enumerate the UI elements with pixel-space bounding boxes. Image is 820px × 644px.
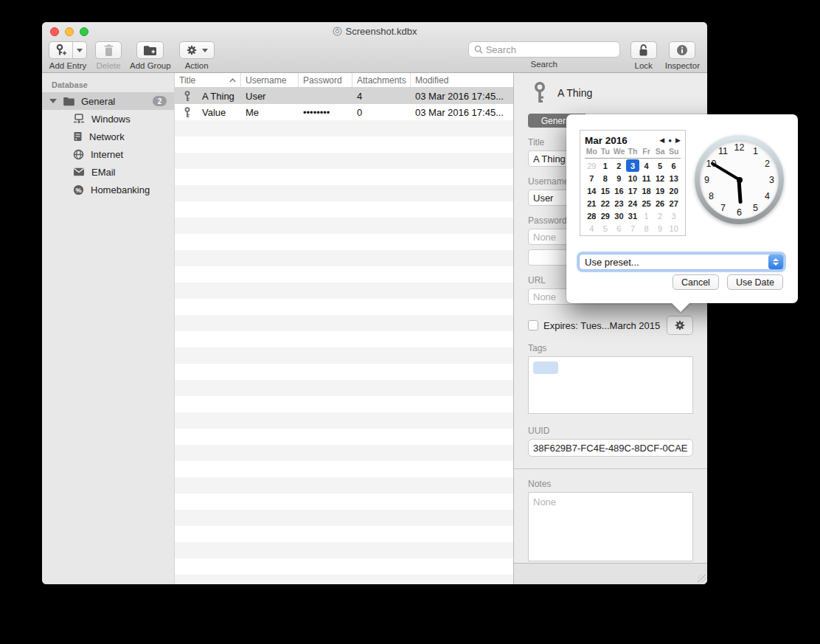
key-plus-icon: [49, 42, 72, 58]
calendar-day[interactable]: 5: [599, 222, 613, 235]
calendar-day[interactable]: 9: [612, 172, 626, 184]
key-icon: [181, 91, 197, 102]
sidebar-item-general[interactable]: General 2: [42, 92, 174, 110]
calendar-day[interactable]: 1: [599, 159, 613, 172]
table-empty-row: [175, 201, 513, 218]
calendar-day[interactable]: 20: [667, 184, 681, 197]
table-empty-row: [175, 396, 513, 412]
preset-dropdown[interactable]: Use preset...: [579, 254, 784, 270]
calendar-day[interactable]: 9: [653, 222, 667, 235]
search-input[interactable]: [486, 44, 616, 55]
clock: 121234567891011: [695, 135, 784, 224]
calendar-prev-button[interactable]: ◀: [659, 136, 664, 144]
calendar-day[interactable]: 2: [612, 159, 626, 172]
calendar-day[interactable]: 15: [599, 184, 613, 197]
calendar-day[interactable]: 17: [626, 184, 640, 197]
calendar-day[interactable]: 22: [599, 197, 613, 210]
sidebar-item-label: Homebanking: [91, 184, 150, 195]
calendar-day[interactable]: 6: [612, 222, 626, 235]
calendar-day[interactable]: 10: [667, 222, 681, 235]
lock-button[interactable]: Lock: [630, 41, 657, 70]
disclosure-triangle-icon[interactable]: [49, 99, 57, 103]
table-cell: 03 Mar 2016 17:45...: [411, 88, 513, 104]
calendar-day[interactable]: 19: [653, 184, 667, 197]
calendar-day[interactable]: 14: [585, 184, 599, 197]
sidebar-item-internet[interactable]: Internet: [42, 145, 174, 163]
calendar-day[interactable]: 2: [653, 210, 667, 222]
calendar-day[interactable]: 27: [667, 197, 681, 210]
calendar-today-button[interactable]: ●: [668, 137, 672, 144]
table-body: A ThingUser403 Mar 2016 17:45...ValueMe•…: [175, 88, 513, 584]
calendar-day[interactable]: 8: [639, 222, 653, 235]
uuid-field[interactable]: [528, 439, 693, 457]
divider: [514, 468, 707, 469]
info-icon: [676, 44, 688, 56]
calendar-day[interactable]: 29: [585, 159, 599, 172]
calendar-day[interactable]: 26: [653, 197, 667, 210]
table-row[interactable]: ValueMe••••••••003 Mar 2016 17:45...: [175, 104, 513, 120]
calendar-day[interactable]: 31: [626, 210, 640, 222]
table-empty-row: [175, 364, 513, 380]
column-header-username[interactable]: Username: [241, 73, 299, 87]
chevron-down-icon[interactable]: [72, 42, 86, 58]
calendar-day[interactable]: 29: [599, 210, 613, 222]
tag-chip[interactable]: [533, 361, 558, 374]
calendar-day[interactable]: 7: [626, 222, 640, 235]
calendar-day[interactable]: 11: [639, 172, 653, 184]
table-empty-row: [175, 218, 513, 234]
inspector-button[interactable]: Inspector: [665, 41, 700, 70]
calendar-day[interactable]: 16: [612, 184, 626, 197]
cancel-button[interactable]: Cancel: [673, 274, 719, 290]
calendar-day[interactable]: 28: [585, 210, 599, 222]
calendar-day[interactable]: 12: [653, 172, 667, 184]
calendar-day[interactable]: 1: [639, 210, 653, 222]
tags-field[interactable]: [528, 356, 693, 414]
calendar-day[interactable]: 24: [626, 197, 640, 210]
calendar-day-selected[interactable]: 3: [626, 159, 640, 172]
calendar-day[interactable]: 4: [639, 159, 653, 172]
column-header-attachments[interactable]: Attachments: [352, 73, 411, 87]
add-entry-button[interactable]: Add Entry: [49, 41, 87, 70]
table-cell: ••••••••: [299, 104, 352, 120]
calendar-day[interactable]: 6: [667, 159, 681, 172]
calendar-day[interactable]: 3: [667, 210, 681, 222]
sidebar-item-windows[interactable]: Windows: [42, 110, 174, 128]
calendar-day[interactable]: 5: [653, 159, 667, 172]
calendar-day[interactable]: 10: [626, 172, 640, 184]
delete-button[interactable]: Delete: [95, 41, 122, 70]
calendar-day[interactable]: 25: [639, 197, 653, 210]
table-empty-row: [175, 575, 513, 584]
sidebar-item-email[interactable]: EMail: [42, 163, 174, 181]
expires-date-picker-button[interactable]: [667, 316, 693, 335]
calendar-next-button[interactable]: ▶: [675, 136, 681, 144]
sidebar-item-label: General: [81, 96, 153, 107]
clock-number: 7: [720, 203, 726, 213]
table-empty-row: [175, 477, 513, 494]
calendar-day[interactable]: 4: [585, 222, 599, 235]
expires-label: Expires: Tues...March 2015: [543, 320, 667, 331]
calendar-day[interactable]: 7: [585, 172, 599, 184]
sidebar-item-homebanking[interactable]: %Homebanking: [42, 181, 174, 198]
weekday-label: Sa: [653, 147, 667, 158]
use-date-button[interactable]: Use Date: [727, 274, 783, 290]
action-button[interactable]: Action: [179, 41, 215, 70]
calendar-day[interactable]: 30: [612, 210, 626, 222]
sidebar-item-network[interactable]: Network: [42, 128, 174, 145]
table-row[interactable]: A ThingUser403 Mar 2016 17:45...: [175, 88, 513, 104]
add-group-button[interactable]: Add Group: [130, 41, 171, 70]
calendar-day[interactable]: 13: [667, 172, 681, 184]
calendar-day[interactable]: 23: [612, 197, 626, 210]
calendar: Mar 2016 ◀ ● ▶ MoTuWeThFrSaSu 2912345678…: [580, 130, 686, 236]
column-header-password[interactable]: Password: [299, 73, 352, 87]
homebanking-icon: %: [73, 184, 84, 195]
clock-number: 3: [769, 175, 774, 185]
sidebar-item-label: EMail: [91, 167, 116, 178]
column-header-modified[interactable]: Modified: [411, 73, 513, 87]
calendar-day[interactable]: 21: [585, 197, 599, 210]
column-header-title[interactable]: Title: [175, 73, 241, 87]
expires-checkbox[interactable]: [528, 320, 538, 330]
notes-field[interactable]: [528, 492, 693, 561]
calendar-day[interactable]: 8: [599, 172, 613, 184]
calendar-day[interactable]: 18: [639, 184, 653, 197]
lock-open-icon: [638, 44, 649, 57]
